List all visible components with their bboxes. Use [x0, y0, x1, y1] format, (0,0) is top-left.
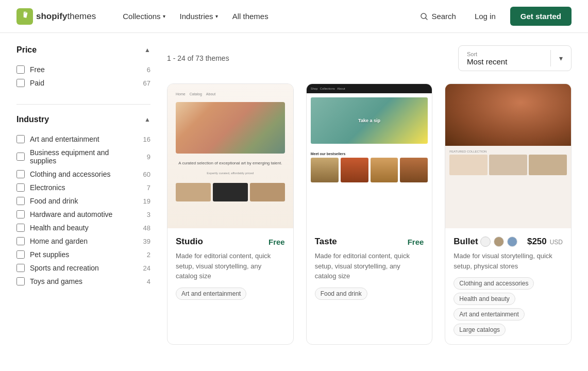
theme-price: Free — [268, 238, 285, 246]
theme-card-bullet[interactable]: FEATURED COLLECTION Bullet — [445, 83, 572, 345]
filter-item-hardware[interactable]: Hardware and automotive 3 — [16, 208, 150, 221]
preview-thumbs — [176, 183, 285, 201]
filter-item-health[interactable]: Health and beauty 48 — [16, 221, 150, 234]
theme-tag-health[interactable]: Health and beauty — [453, 293, 515, 305]
filter-item-free[interactable]: Free 6 — [16, 63, 150, 76]
theme-name: Bullet — [453, 237, 478, 247]
filter-count-paid: 67 — [140, 79, 150, 87]
filter-checkbox-home[interactable] — [16, 237, 25, 245]
filter-checkbox-business[interactable] — [16, 153, 25, 161]
filter-item-toys[interactable]: Toys and games 4 — [16, 275, 150, 288]
nav-collections[interactable]: Collections ▾ — [116, 8, 171, 25]
filter-item-art[interactable]: Art and entertainment 16 — [16, 132, 150, 146]
theme-name: Taste — [315, 237, 337, 247]
price-filter-title: Price — [16, 45, 37, 55]
filter-count-clothing: 60 — [140, 171, 150, 178]
theme-info-taste: Taste Free Made for editorial content, q… — [307, 228, 432, 308]
preview-section: Meet our bestsellers — [307, 148, 432, 187]
filter-label-business: Business equipment and supplies — [30, 148, 135, 165]
theme-tag-clothing[interactable]: Clothing and accessories — [453, 277, 534, 290]
get-started-button[interactable]: Get started — [510, 7, 572, 26]
filter-item-clothing[interactable]: Clothing and accessories 60 — [16, 167, 150, 181]
price-filter-section: Price ▲ Free 6 Paid 67 — [16, 45, 150, 90]
login-button[interactable]: Log in — [468, 8, 502, 25]
filter-checkbox-toys[interactable] — [16, 277, 25, 285]
theme-description: Made for editorial content, quick setup,… — [176, 251, 285, 281]
nav-all-themes[interactable]: All themes — [226, 8, 275, 25]
theme-tags: Food and drink — [315, 288, 424, 300]
filter-label-health: Health and beauty — [30, 224, 135, 232]
preview-product — [449, 155, 488, 175]
preview-hero-bullet — [445, 84, 571, 146]
sidebar: Price ▲ Free 6 Paid 67 Industry ▲ — [16, 45, 150, 345]
color-swatch-white[interactable] — [480, 237, 491, 247]
theme-tag-art[interactable]: Art and entertainment — [453, 308, 524, 321]
filter-item-sports[interactable]: Sports and recreation 24 — [16, 261, 150, 275]
filter-label-home: Home and garden — [30, 237, 135, 245]
filter-item-pet[interactable]: Pet supplies 2 — [16, 248, 150, 261]
content-header: 1 - 24 of 73 themes Sort Most recent ▾ — [167, 45, 572, 71]
preview-hero — [176, 102, 285, 154]
filter-item-home[interactable]: Home and garden 39 — [16, 234, 150, 248]
filter-checkbox-health[interactable] — [16, 224, 25, 232]
theme-name-price-row: Studio Free — [176, 237, 285, 247]
filter-count-food: 19 — [140, 197, 150, 205]
svg-line-2 — [426, 18, 428, 20]
theme-card-studio[interactable]: Home Catalog About A curated selection o… — [167, 83, 294, 345]
results-count: 1 - 24 of 73 themes — [167, 54, 229, 62]
industry-filter-header[interactable]: Industry ▲ — [16, 115, 150, 124]
sort-label: Sort — [467, 51, 542, 57]
preview-bottle — [311, 158, 339, 182]
filter-checkbox-hardware[interactable] — [16, 210, 25, 218]
theme-tag-large[interactable]: Large catalogs — [453, 324, 506, 336]
theme-tag[interactable]: Food and drink — [315, 288, 367, 300]
color-swatch-tan[interactable] — [494, 237, 504, 247]
theme-tags: Clothing and accessories Health and beau… — [453, 277, 563, 336]
color-swatch-blue[interactable] — [507, 237, 517, 247]
preview-top-bar: Shop Collections About — [307, 84, 432, 93]
theme-grid: Home Catalog About A curated selection o… — [167, 83, 572, 345]
filter-count-health: 48 — [140, 224, 150, 232]
filter-checkbox-free[interactable] — [16, 65, 25, 74]
theme-name-price-row: Taste Free — [315, 237, 424, 247]
theme-name-price-row: Bullet $250 USD — [453, 237, 563, 247]
theme-preview-taste: Shop Collections About Take a sip Meet o… — [307, 84, 432, 228]
theme-tags: Art and entertainment — [176, 288, 285, 300]
filter-divider — [16, 104, 150, 105]
filter-count-business: 9 — [140, 153, 150, 161]
chevron-down-icon: ▾ — [215, 13, 218, 19]
sort-control[interactable]: Sort Most recent ▾ — [458, 45, 572, 71]
filter-item-electronics[interactable]: Electronics 7 — [16, 181, 150, 194]
shopify-logo-icon — [16, 8, 33, 25]
search-icon — [420, 12, 428, 21]
filter-checkbox-art[interactable] — [16, 135, 25, 143]
search-button[interactable]: Search — [416, 8, 460, 25]
filter-checkbox-clothing[interactable] — [16, 170, 25, 178]
filter-item-paid[interactable]: Paid 67 — [16, 76, 150, 90]
price-filter-header[interactable]: Price ▲ — [16, 45, 150, 55]
preview-section-bullet: FEATURED COLLECTION — [445, 146, 571, 179]
filter-item-food[interactable]: Food and drink 19 — [16, 194, 150, 208]
theme-card-taste[interactable]: Shop Collections About Take a sip Meet o… — [306, 83, 433, 345]
theme-name: Studio — [176, 237, 203, 247]
filter-checkbox-pet[interactable] — [16, 250, 25, 259]
filter-label-pet: Pet supplies — [30, 250, 135, 259]
sort-value: Most recent — [467, 57, 507, 66]
filter-checkbox-food[interactable] — [16, 197, 25, 205]
logo[interactable]: shopifythemes — [16, 8, 96, 25]
preview-label: FEATURED COLLECTION — [449, 150, 567, 153]
header: shopifythemes Collections ▾ Industries ▾… — [0, 0, 588, 33]
filter-label-electronics: Electronics — [30, 183, 135, 192]
theme-tag[interactable]: Art and entertainment — [176, 288, 246, 300]
nav-industries[interactable]: Industries ▾ — [174, 8, 224, 25]
filter-checkbox-electronics[interactable] — [16, 183, 25, 192]
filter-item-business[interactable]: Business equipment and supplies 9 — [16, 146, 150, 167]
theme-price: Free — [408, 238, 424, 246]
color-swatches — [480, 237, 517, 247]
filter-checkbox-sports[interactable] — [16, 264, 25, 272]
theme-description: Made for editorial content, quick setup,… — [315, 251, 424, 281]
preview-thumb — [250, 183, 285, 201]
industry-filter-section: Industry ▲ Art and entertainment 16 Busi… — [16, 115, 150, 288]
header-right: Search Log in Get started — [416, 7, 572, 26]
filter-checkbox-paid[interactable] — [16, 79, 25, 87]
